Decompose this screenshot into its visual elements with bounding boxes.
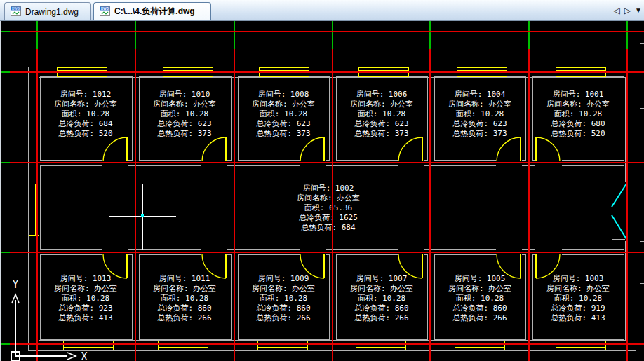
crosshair-pickbox [141,214,144,217]
tab-list-button[interactable]: ▼ [633,5,643,16]
tab-load-calc-dwg[interactable]: DWG C:\...\4.负荷计算.dwg [93,2,211,20]
dwg-file-icon: DWG [11,6,22,17]
tab-drawing1[interactable]: DWG Drawing1.dwg [4,2,91,20]
ucs-y-label: Y [12,278,18,291]
app-window: DWG Drawing1.dwg DWG C:\...\4.负荷计算.dwg ◁… [0,0,644,361]
svg-text:DWG: DWG [101,7,109,11]
tab-bar: DWG Drawing1.dwg DWG C:\...\4.负荷计算.dwg ◁… [0,0,644,21]
scroll-tabs-left-button[interactable]: ◁ [612,5,622,16]
drawing-canvas[interactable]: 房间号: 1012房间名称: 办公室面积: 10.28总冷负荷: 684总热负荷… [0,21,644,361]
canvas-left-border [0,21,1,361]
grid-and-cursor-layer: YX [0,21,644,361]
scroll-tabs-right-button[interactable]: ▷ [623,5,632,16]
ucs-x-arrowhead [67,353,76,360]
dwg-file-icon: DWG [100,6,111,17]
ucs-x-label: X [81,350,87,361]
svg-text:DWG: DWG [12,7,20,11]
tab-nav-buttons: ◁ ▷ ▼ [612,5,643,16]
tab-label: C:\...\4.负荷计算.dwg [114,6,195,18]
tab-label: Drawing1.dwg [25,7,79,17]
